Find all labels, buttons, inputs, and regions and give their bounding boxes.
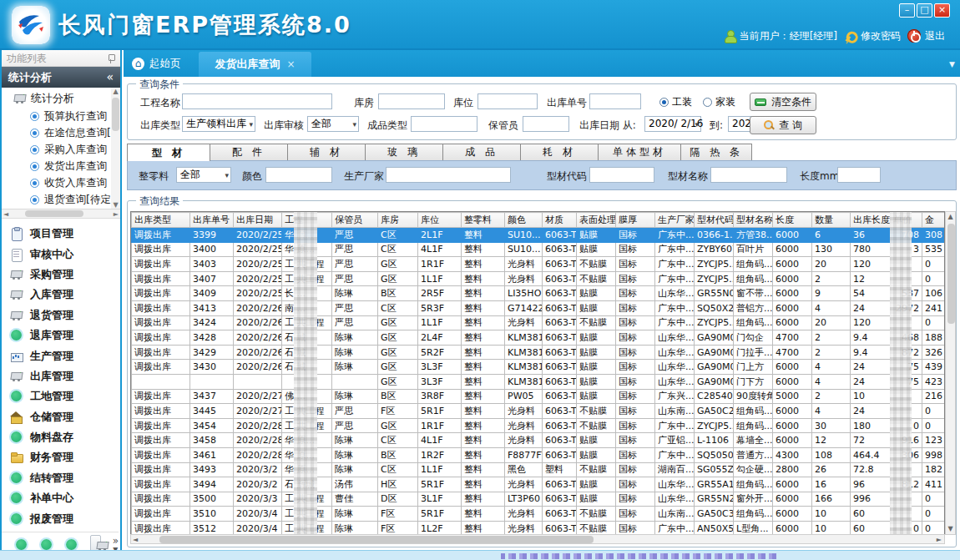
sidebar-module-8[interactable]: 工地管理	[2, 386, 119, 406]
table-row[interactable]: 调拨出库34452020/2/27工 共工程严思F区5R1F整料光身料6063-…	[132, 404, 946, 419]
col-header-13[interactable]: 型材代码	[695, 213, 734, 228]
pin-icon[interactable]	[108, 54, 114, 63]
tab-home[interactable]: ⌂ 起始页	[132, 57, 181, 71]
sidebar-module-3[interactable]: 入库管理	[2, 285, 119, 305]
sidebar-section-statistics[interactable]: 统计分析 «	[2, 67, 120, 88]
col-header-16[interactable]: 数量	[812, 213, 851, 228]
sidebar-module-10[interactable]: 物料盘存	[2, 427, 119, 447]
table-row[interactable]: G区3L3F整料KLM38176063-T5贴膜国标山东华...GA90M09.…	[132, 374, 946, 389]
table-row[interactable]: 调拨出库35122020/3/4工 共工程陈琳F区1L2F整料光身料6063-T…	[132, 521, 946, 535]
table-row[interactable]: 调拨出库34372020/2/27佛 ...陈琳B区3R8F整料PW056063…	[132, 389, 946, 404]
tree-root-statistics[interactable]: 统计分析	[2, 88, 120, 108]
col-header-9[interactable]: 材质	[543, 213, 577, 228]
table-row[interactable]: 调拨出库34072020/2/25工 共工程严思G区1L1F整料光身料6063-…	[132, 271, 946, 286]
sidebar-module-2[interactable]: 采购管理	[2, 265, 119, 285]
col-header-5[interactable]: 库房	[378, 213, 418, 228]
sidebar-module-6[interactable]: 生产管理	[2, 346, 119, 366]
col-header-18[interactable]: 单价	[891, 213, 922, 228]
col-header-11[interactable]: 膜厚	[616, 213, 655, 228]
table-row[interactable]: 调拨出库34292020/2/26石 城陈琳G区5R2F整料KLM3817606…	[132, 345, 946, 360]
material-tab-2[interactable]: 辅 材	[287, 144, 366, 160]
minimize-button[interactable]: –	[899, 3, 915, 18]
col-header-19[interactable]: 金	[922, 213, 946, 228]
tree-item-2[interactable]: 采购入库查询	[2, 141, 120, 158]
tree-item-0[interactable]: 预算执行查询	[2, 108, 120, 124]
search-button[interactable]: 查 询	[750, 116, 816, 134]
col-header-0[interactable]: 出库类型	[132, 213, 190, 228]
tree-item-4[interactable]: 收货入库查询	[2, 174, 120, 191]
keeper-input[interactable]	[523, 116, 569, 132]
col-header-6[interactable]: 库位	[418, 213, 462, 228]
close-button[interactable]: ×	[934, 3, 950, 18]
table-row[interactable]: 调拨出库33992020/2/25华 原...严思C区2L1F整料SU10...…	[132, 228, 946, 243]
col-header-3[interactable]: 工程	[282, 213, 332, 228]
tree-item-5[interactable]: 退货查询[待定]	[2, 191, 120, 208]
col-header-4[interactable]: 保管员	[332, 213, 378, 228]
tree-item-1[interactable]: 在途信息查询[待	[2, 124, 120, 141]
table-horizontal-scrollbar[interactable]: ◄►	[130, 534, 945, 544]
table-row[interactable]: 调拨出库34302020/2/26石 城陈琳G区3L3F整料KLM3817606…	[132, 360, 946, 375]
material-tab-3[interactable]: 玻 璃	[365, 144, 443, 160]
length-input[interactable]	[837, 167, 881, 183]
table-row[interactable]: 调拨出库35002020/3/3工 共工程曹佳D区3L1F整料LT3P60606…	[132, 492, 946, 507]
table-row[interactable]: 调拨出库34282020/2/26石 城陈琳G区2L4F整料KLM3817606…	[132, 330, 946, 346]
radio-jiazhuang[interactable]: 家装	[703, 95, 735, 109]
collapse-icon[interactable]: «	[106, 67, 114, 88]
table-row[interactable]: 调拨出库34242020/2/26工 共工程严思G区1L1F整料光身料6063-…	[132, 315, 946, 330]
sidebar-module-12[interactable]: 结转管理	[2, 468, 119, 488]
maximize-button[interactable]: □	[917, 3, 932, 18]
sidebar-module-7[interactable]: 出库管理	[2, 366, 119, 386]
table-row[interactable]: 调拨出库34092020/2/25长 ...陈琳B区2R5F整料LI35HO60…	[132, 286, 946, 301]
table-row[interactable]: 调拨出库34132020/2/26南 ...严思C区5R3F整料G7142260…	[132, 300, 946, 315]
sidebar-module-1[interactable]: 审核中心	[2, 244, 119, 264]
col-header-2[interactable]: 出库日期	[234, 213, 282, 228]
maker-input[interactable]	[386, 167, 511, 183]
profile-code-input[interactable]	[589, 167, 654, 183]
col-header-8[interactable]: 颜色	[505, 213, 543, 228]
radio-gongzhuang[interactable]: 工装	[659, 95, 692, 109]
sidebar-module-9[interactable]: 仓储管理	[2, 407, 119, 427]
logout-button[interactable]: 退出	[907, 29, 945, 43]
table-row[interactable]: 调拨出库34612020/2/28华 原...陈琳B区1R2F整料F8877FT…	[132, 447, 946, 462]
product-type-input[interactable]	[411, 116, 477, 132]
tree-horizontal-scrollbar[interactable]: ◄►	[2, 209, 120, 219]
material-tab-0[interactable]: 型 材	[127, 144, 210, 161]
tab-close-icon[interactable]: ×	[286, 58, 295, 70]
col-header-14[interactable]: 型材名称	[734, 213, 773, 228]
table-row[interactable]: 调拨出库35102020/3/4工 共工程陈琳F区5R1F整料光身料6063-T…	[132, 507, 946, 522]
sidebar-module-0[interactable]: 项目管理	[2, 224, 119, 244]
col-header-10[interactable]: 表面处理	[577, 213, 616, 228]
location-input[interactable]	[477, 93, 538, 109]
out-type-select[interactable]: 生产领料出库	[182, 116, 255, 132]
table-vertical-scrollbar[interactable]: ▲ ▼	[945, 211, 956, 535]
order-no-input[interactable]	[589, 93, 641, 109]
table-row[interactable]: 调拨出库34002020/2/25华 原...严思C区4L1F整料SU10...…	[132, 242, 946, 257]
sidebar-module-5[interactable]: 退库管理	[2, 325, 119, 346]
col-header-12[interactable]: 生产厂家	[655, 213, 695, 228]
table-row[interactable]: 调拨出库34542020/2/28工 共工程严思G区1R1F整料光身料6063-…	[132, 418, 946, 433]
material-tab-1[interactable]: 配 件	[210, 144, 288, 160]
col-header-17[interactable]: 出库长度	[851, 213, 891, 228]
tab-shipment-outbound-query[interactable]: 发货出库查询 ×	[199, 52, 311, 77]
material-tab-7[interactable]: 隔 热 条	[680, 144, 752, 160]
material-tab-5[interactable]: 耗 材	[520, 144, 599, 160]
profile-name-input[interactable]	[710, 167, 787, 183]
table-row[interactable]: 调拨出库34932020/3/2华 原...陈琳C区1L1F整料黑色塑料不贴膜国…	[132, 462, 946, 477]
clear-conditions-button[interactable]: 清空条件	[750, 93, 816, 111]
color-input[interactable]	[265, 167, 332, 183]
col-header-15[interactable]: 长度	[773, 213, 812, 228]
audit-select[interactable]: 全部	[307, 116, 359, 132]
date-from-picker[interactable]: 2020/ 2/16	[644, 116, 701, 132]
table-row[interactable]: 调拨出库34582020/2/28华 原...陈琳C区4L1F整料光身料6063…	[132, 433, 946, 448]
sidebar-module-14[interactable]: 报废管理	[2, 508, 119, 528]
col-header-7[interactable]: 整零料	[462, 213, 505, 228]
whole-part-select[interactable]: 全部	[176, 167, 231, 183]
table-row[interactable]: 调拨出库34942020/3/2石 辉城汤伟H区5R1F整料光身料6063-T5…	[132, 477, 946, 492]
sidebar-module-4[interactable]: 退货管理	[2, 305, 119, 325]
sidebar-module-11[interactable]: 财务管理	[2, 447, 119, 467]
table-row[interactable]: 调拨出库34032020/2/25工 共工程严思G区1R1F整料光身料6063-…	[132, 257, 946, 272]
project-name-input[interactable]	[182, 93, 332, 109]
tree-vertical-scrollbar[interactable]: ▲ ▼	[111, 88, 120, 209]
tree-item-3[interactable]: 发货出库查询	[2, 158, 120, 174]
col-header-1[interactable]: 出库单号	[190, 213, 234, 228]
